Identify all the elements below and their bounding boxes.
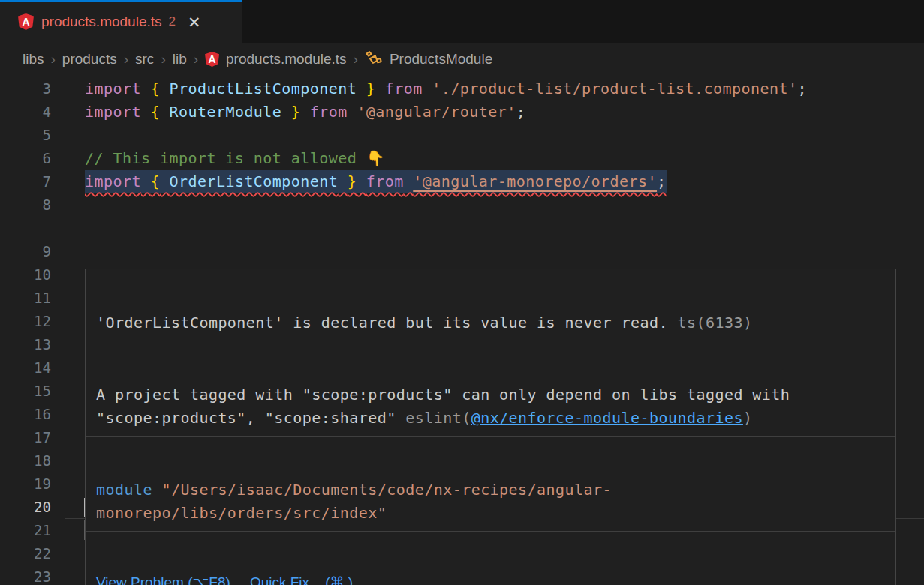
line-number[interactable]: 6 [0, 147, 51, 170]
line-number[interactable]: 12 [0, 310, 51, 333]
tab-products-module[interactable]: A products.module.ts 2 ✕ [0, 0, 242, 44]
line-number[interactable]: 10 [0, 263, 51, 286]
quick-fix-action[interactable]: Quick Fix... (⌘.) [250, 574, 353, 585]
line-number[interactable]: 15 [0, 380, 51, 403]
token [160, 103, 170, 121]
chevron-right-icon: › [194, 51, 198, 68]
token: } [291, 103, 301, 121]
token: import [85, 80, 141, 98]
code-line-9[interactable]: 9 [0, 240, 924, 263]
code-text: import { RouterModule } from '@angular/r… [85, 100, 525, 124]
hover-message-ts: 'OrderListComponent' is declared but its… [86, 305, 895, 341]
token: import [85, 172, 141, 190]
hover-eslint-line1: A project tagged with "scope:products" c… [96, 386, 790, 404]
token: from [385, 80, 423, 98]
chevron-right-icon: › [124, 51, 128, 68]
chevron-right-icon: › [354, 51, 358, 68]
line-number[interactable]: 3 [0, 77, 51, 100]
line-number[interactable]: 14 [0, 356, 51, 380]
chevron-right-icon: › [51, 51, 56, 68]
line-number[interactable]: 17 [0, 426, 51, 449]
view-problem-action[interactable]: View Problem (⌥F8) [96, 574, 230, 585]
angular-icon: A [205, 52, 219, 67]
code-text: import { ProductListComponent } from './… [85, 77, 807, 100]
row-spacer[interactable] [0, 217, 924, 240]
code-line-8[interactable]: 8 [0, 194, 924, 217]
token [348, 103, 357, 121]
token: '@angular-monorepo/orders' [413, 172, 657, 190]
token [300, 103, 310, 121]
line-number[interactable]: 18 [0, 449, 51, 472]
breadcrumb-item-lib[interactable]: lib [173, 51, 187, 68]
hover-ts-source: ts(6133) [668, 314, 752, 332]
token: { [150, 103, 160, 121]
line-number[interactable]: 13 [0, 333, 51, 356]
token [404, 172, 414, 190]
angular-icon: A [18, 14, 34, 30]
token: ; [657, 172, 667, 190]
token: } [366, 80, 376, 98]
token [357, 80, 366, 98]
line-number[interactable]: 7 [0, 170, 51, 194]
token: ; [516, 103, 526, 121]
breadcrumb-item-products[interactable]: products [62, 51, 117, 68]
editor[interactable]: 3import { ProductListComponent } from '.… [0, 75, 924, 585]
code-text: import { OrderListComponent } from '@ang… [85, 170, 667, 194]
hover-eslint-source-open: eslint( [396, 409, 471, 427]
token: } [348, 172, 357, 190]
code-line-5[interactable]: 5 [0, 124, 924, 147]
hover-ts-text: 'OrderListComponent' is declared but its… [96, 314, 668, 332]
hover-eslint-source-close: ) [743, 409, 753, 427]
line-number[interactable]: 16 [0, 403, 51, 426]
breadcrumb-item-src[interactable]: src [135, 51, 154, 68]
line-number[interactable]: 21 [0, 519, 51, 542]
tab-bar: A products.module.ts 2 ✕ [0, 0, 924, 44]
token: ProductListComponent [169, 80, 357, 98]
module-keyword: module [96, 481, 161, 499]
token [357, 172, 366, 190]
line-number[interactable]: 8 [0, 194, 51, 217]
hover-actions: View Problem (⌥F8) Quick Fix... (⌘.) [86, 568, 895, 585]
error-hover-widget: 'OrderListComponent' is declared but its… [85, 268, 896, 585]
line-number[interactable]: 19 [0, 472, 51, 496]
token [375, 80, 385, 98]
token: RouterModule [169, 103, 281, 121]
line-number[interactable]: 5 [0, 124, 51, 147]
token: { [150, 172, 160, 190]
token: ; [797, 80, 807, 98]
token [160, 172, 170, 190]
code-line-4[interactable]: 4import { RouterModule } from '@angular/… [0, 100, 924, 124]
eslint-rule-link[interactable]: @nx/enforce-module-boundaries [471, 409, 743, 427]
line-number[interactable]: 4 [0, 100, 51, 124]
token: from [310, 103, 348, 121]
chevron-right-icon: › [161, 51, 165, 68]
code-line-7[interactable]: 7import { OrderListComponent } from '@an… [0, 170, 924, 194]
token [141, 172, 151, 190]
token [338, 172, 348, 190]
line-number[interactable]: 9 [0, 240, 51, 263]
class-symbol-icon [365, 50, 383, 68]
hover-eslint-line2: "scope:products", "scope:shared" [96, 409, 396, 427]
close-icon[interactable]: ✕ [188, 14, 201, 30]
hover-message-eslint: A project tagged with "scope:products" c… [86, 377, 895, 436]
token: OrderListComponent [169, 172, 338, 190]
token [141, 80, 151, 98]
code-line-6[interactable]: 6// This import is not allowed 👇 [0, 147, 924, 170]
code-line-3[interactable]: 3import { ProductListComponent } from '.… [0, 77, 924, 100]
breadcrumb: libs › products › src › lib › A products… [0, 44, 924, 75]
hover-module-path: module "/Users/isaac/Documents/code/nx-r… [86, 472, 895, 532]
line-number[interactable]: 20 [0, 496, 51, 519]
line-number[interactable]: 23 [0, 566, 51, 585]
token: '@angular/router' [357, 103, 516, 121]
tab-problems-badge: 2 [169, 14, 176, 29]
token: from [366, 172, 404, 190]
breadcrumb-item-file[interactable]: products.module.ts [226, 51, 347, 68]
breadcrumb-item-symbol[interactable]: ProductsModule [390, 51, 492, 68]
line-number[interactable]: 22 [0, 542, 51, 566]
line-number[interactable]: 11 [0, 286, 51, 310]
token: // This import is not allowed 👇 [85, 149, 385, 167]
module-path-line2: monorepo/libs/orders/src/index" [96, 504, 387, 522]
module-path-line1: "/Users/isaac/Documents/code/nx-recipes/… [161, 481, 612, 499]
token [141, 103, 151, 121]
breadcrumb-item-libs[interactable]: libs [23, 51, 44, 68]
